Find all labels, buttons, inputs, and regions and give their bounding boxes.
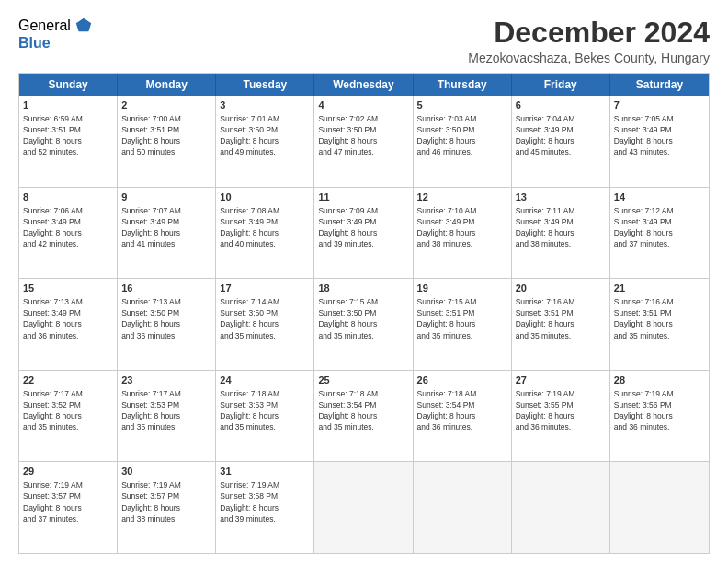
day-cell-20: 20Sunrise: 7:16 AMSunset: 3:51 PMDayligh… — [512, 279, 610, 370]
day-cell-24: 24Sunrise: 7:18 AMSunset: 3:53 PMDayligh… — [216, 371, 314, 462]
day-cell-13: 13Sunrise: 7:11 AMSunset: 3:49 PMDayligh… — [512, 188, 610, 279]
day-number: 28 — [614, 373, 705, 387]
day-info: Sunrise: 7:18 AMSunset: 3:53 PMDaylight:… — [220, 389, 279, 431]
day-info: Sunrise: 7:14 AMSunset: 3:50 PMDaylight:… — [220, 297, 279, 339]
day-info: Sunrise: 7:19 AMSunset: 3:56 PMDaylight:… — [614, 389, 674, 431]
day-cell-12: 12Sunrise: 7:10 AMSunset: 3:49 PMDayligh… — [414, 188, 512, 279]
calendar-row-2: 8Sunrise: 7:06 AMSunset: 3:49 PMDaylight… — [19, 188, 709, 280]
day-number: 7 — [614, 98, 705, 112]
day-header-sunday: Sunday — [19, 74, 118, 96]
day-info: Sunrise: 7:02 AMSunset: 3:50 PMDaylight:… — [318, 114, 378, 156]
day-header-tuesday: Tuesday — [216, 74, 314, 96]
day-header-friday: Friday — [512, 74, 610, 96]
empty-cell — [314, 462, 413, 553]
day-cell-26: 26Sunrise: 7:18 AMSunset: 3:54 PMDayligh… — [414, 371, 512, 462]
day-cell-10: 10Sunrise: 7:08 AMSunset: 3:49 PMDayligh… — [216, 188, 314, 279]
day-cell-7: 7Sunrise: 7:05 AMSunset: 3:49 PMDaylight… — [610, 96, 709, 187]
day-cell-28: 28Sunrise: 7:19 AMSunset: 3:56 PMDayligh… — [610, 371, 709, 462]
day-cell-25: 25Sunrise: 7:18 AMSunset: 3:54 PMDayligh… — [314, 371, 413, 462]
day-info: Sunrise: 7:11 AMSunset: 3:49 PMDaylight:… — [516, 206, 575, 248]
day-info: Sunrise: 7:16 AMSunset: 3:51 PMDaylight:… — [614, 297, 674, 339]
title-area: December 2024 Mezokovacshaza, Bekes Coun… — [468, 17, 710, 65]
day-cell-6: 6Sunrise: 7:04 AMSunset: 3:49 PMDaylight… — [512, 96, 610, 187]
day-cell-29: 29Sunrise: 7:19 AMSunset: 3:57 PMDayligh… — [19, 462, 118, 553]
day-number: 19 — [417, 282, 507, 295]
day-cell-21: 21Sunrise: 7:16 AMSunset: 3:51 PMDayligh… — [610, 279, 709, 370]
svg-marker-0 — [76, 18, 91, 32]
day-number: 27 — [516, 373, 606, 387]
day-header-thursday: Thursday — [414, 74, 512, 96]
day-cell-3: 3Sunrise: 7:01 AMSunset: 3:50 PMDaylight… — [216, 96, 314, 187]
day-number: 15 — [23, 282, 113, 295]
logo-general: General — [18, 17, 71, 34]
day-info: Sunrise: 7:07 AMSunset: 3:49 PMDaylight:… — [121, 206, 181, 248]
day-info: Sunrise: 7:16 AMSunset: 3:51 PMDaylight:… — [516, 297, 575, 339]
day-number: 6 — [516, 98, 606, 112]
day-number: 16 — [121, 282, 211, 295]
day-number: 12 — [417, 190, 507, 204]
day-number: 9 — [121, 190, 211, 204]
day-cell-9: 9Sunrise: 7:07 AMSunset: 3:49 PMDaylight… — [118, 188, 216, 279]
day-info: Sunrise: 7:00 AMSunset: 3:51 PMDaylight:… — [121, 114, 181, 156]
day-info: Sunrise: 7:05 AMSunset: 3:49 PMDaylight:… — [614, 114, 674, 156]
calendar-body: 1Sunrise: 6:59 AMSunset: 3:51 PMDaylight… — [19, 96, 709, 553]
calendar-row-3: 15Sunrise: 7:13 AMSunset: 3:49 PMDayligh… — [19, 279, 709, 371]
day-number: 4 — [318, 98, 408, 112]
page: General Blue December 2024 Mezokovacshaz… — [0, 0, 728, 563]
day-info: Sunrise: 7:08 AMSunset: 3:49 PMDaylight:… — [220, 206, 279, 248]
day-info: Sunrise: 7:04 AMSunset: 3:49 PMDaylight:… — [516, 114, 575, 156]
empty-cell — [512, 462, 610, 553]
day-number: 1 — [23, 98, 113, 112]
day-cell-8: 8Sunrise: 7:06 AMSunset: 3:49 PMDaylight… — [19, 188, 118, 279]
day-info: Sunrise: 6:59 AMSunset: 3:51 PMDaylight:… — [23, 114, 83, 156]
day-info: Sunrise: 7:15 AMSunset: 3:51 PMDaylight:… — [417, 297, 477, 339]
day-cell-2: 2Sunrise: 7:00 AMSunset: 3:51 PMDaylight… — [118, 96, 216, 187]
calendar-row-5: 29Sunrise: 7:19 AMSunset: 3:57 PMDayligh… — [19, 462, 709, 553]
day-cell-17: 17Sunrise: 7:14 AMSunset: 3:50 PMDayligh… — [216, 279, 314, 370]
empty-cell — [414, 462, 512, 553]
logo-blue: Blue — [18, 35, 51, 51]
day-info: Sunrise: 7:13 AMSunset: 3:50 PMDaylight:… — [121, 297, 181, 339]
month-title: December 2024 — [468, 17, 710, 49]
logo-flag-icon — [74, 17, 93, 35]
day-info: Sunrise: 7:17 AMSunset: 3:52 PMDaylight:… — [23, 389, 83, 431]
day-number: 23 — [121, 373, 211, 387]
day-number: 10 — [220, 190, 310, 204]
day-cell-18: 18Sunrise: 7:15 AMSunset: 3:50 PMDayligh… — [314, 279, 413, 370]
day-number: 11 — [318, 190, 408, 204]
day-number: 31 — [220, 465, 310, 478]
day-info: Sunrise: 7:19 AMSunset: 3:57 PMDaylight:… — [23, 480, 83, 523]
day-cell-15: 15Sunrise: 7:13 AMSunset: 3:49 PMDayligh… — [19, 279, 118, 370]
day-number: 2 — [121, 98, 211, 112]
day-number: 8 — [23, 190, 113, 204]
day-number: 24 — [220, 373, 310, 387]
day-number: 29 — [23, 465, 113, 478]
day-info: Sunrise: 7:03 AMSunset: 3:50 PMDaylight:… — [417, 114, 477, 156]
day-number: 26 — [417, 373, 507, 387]
day-info: Sunrise: 7:17 AMSunset: 3:53 PMDaylight:… — [121, 389, 181, 431]
day-info: Sunrise: 7:18 AMSunset: 3:54 PMDaylight:… — [318, 389, 378, 431]
day-cell-27: 27Sunrise: 7:19 AMSunset: 3:55 PMDayligh… — [512, 371, 610, 462]
day-cell-16: 16Sunrise: 7:13 AMSunset: 3:50 PMDayligh… — [118, 279, 216, 370]
header: General Blue December 2024 Mezokovacshaz… — [18, 17, 710, 65]
day-info: Sunrise: 7:09 AMSunset: 3:49 PMDaylight:… — [318, 206, 378, 248]
day-cell-22: 22Sunrise: 7:17 AMSunset: 3:52 PMDayligh… — [19, 371, 118, 462]
day-cell-1: 1Sunrise: 6:59 AMSunset: 3:51 PMDaylight… — [19, 96, 118, 187]
calendar-row-1: 1Sunrise: 6:59 AMSunset: 3:51 PMDaylight… — [19, 96, 709, 188]
day-cell-31: 31Sunrise: 7:19 AMSunset: 3:58 PMDayligh… — [216, 462, 314, 553]
calendar-row-4: 22Sunrise: 7:17 AMSunset: 3:52 PMDayligh… — [19, 371, 709, 463]
day-header-saturday: Saturday — [610, 74, 709, 96]
day-number: 17 — [220, 282, 310, 295]
location: Mezokovacshaza, Bekes County, Hungary — [468, 51, 710, 65]
day-number: 30 — [121, 465, 211, 478]
day-info: Sunrise: 7:06 AMSunset: 3:49 PMDaylight:… — [23, 206, 83, 248]
day-number: 13 — [516, 190, 606, 204]
day-number: 21 — [614, 282, 705, 295]
day-header-monday: Monday — [118, 74, 216, 96]
day-cell-19: 19Sunrise: 7:15 AMSunset: 3:51 PMDayligh… — [414, 279, 512, 370]
calendar: SundayMondayTuesdayWednesdayThursdayFrid… — [18, 73, 710, 554]
day-number: 22 — [23, 373, 113, 387]
logo: General Blue — [18, 17, 93, 52]
day-number: 5 — [417, 98, 507, 112]
day-number: 18 — [318, 282, 408, 295]
